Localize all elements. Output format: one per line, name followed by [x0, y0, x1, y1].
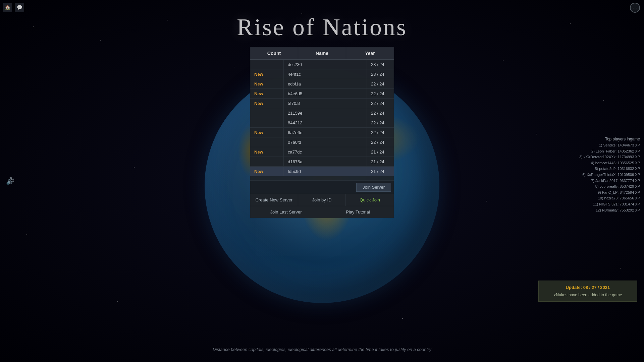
top-players-panel: Top players ingame 1) Sendxs: 14844673 X…: [537, 134, 644, 216]
row-players-8: 22 / 24: [367, 137, 394, 147]
header-year[interactable]: Year: [346, 47, 394, 59]
row-name-0: dcc230: [284, 60, 367, 69]
row-name-5: 21159e: [284, 108, 367, 118]
quick-join-button[interactable]: Quick Join: [346, 194, 394, 206]
bottom-buttons-row1: Create New Server Join by ID Quick Join: [250, 194, 394, 206]
join-row: Join Server: [250, 180, 394, 194]
server-list[interactable]: dcc230 23 / 24 New 4e4f1c 23 / 24 New ec…: [250, 60, 394, 180]
row-name-2: ecbf1a: [284, 79, 367, 88]
bottom-buttons-row2: Join Last Server Play Tutorial: [250, 206, 394, 218]
create-new-server-button[interactable]: Create New Server: [250, 194, 298, 206]
top-player-item: 12) N0rmality: 7553292 XP: [541, 207, 640, 214]
table-header: Count Name Year: [250, 47, 394, 60]
row-name-11: fd5c9d: [284, 167, 367, 176]
join-last-server-button[interactable]: Join Last Server: [250, 206, 322, 218]
row-count-3: New: [250, 89, 284, 98]
row-count-2: New: [250, 79, 284, 88]
row-count-0: [250, 60, 284, 69]
server-browser-panel: Count Name Year dcc230 23 / 24 New 4e4f1…: [250, 47, 394, 218]
chat-icon[interactable]: 💬: [15, 3, 24, 12]
table-row[interactable]: New fd5c9d 21 / 24: [250, 167, 394, 176]
row-count-1: New: [250, 69, 284, 79]
topbar-icons: 🏠 💬: [3, 3, 24, 12]
top-player-item: 7) JackFan2017: 9637774 XP: [541, 178, 640, 184]
row-name-10: d1675a: [284, 157, 367, 166]
row-players-11: 21 / 24: [367, 167, 394, 176]
table-row[interactable]: New 6a7e6e 22 / 24: [250, 128, 394, 137]
game-title: Rise of Nations: [237, 13, 407, 41]
row-name-8: 07a0fd: [284, 137, 367, 147]
sound-icon[interactable]: 🔊: [6, 177, 14, 185]
row-players-1: 23 / 24: [367, 69, 394, 79]
row-name-6: 844212: [284, 118, 367, 127]
top-player-item: 3) xXXDerator102XXx: 11734993 XP: [541, 154, 640, 160]
row-players-9: 21 / 24: [367, 147, 394, 157]
row-players-5: 22 / 24: [367, 108, 394, 118]
table-row[interactable]: 21159e 22 / 24: [250, 108, 394, 118]
table-row[interactable]: New ca77dc 21 / 24: [250, 147, 394, 157]
update-text: >Nukes have been added to the game: [544, 293, 632, 297]
top-player-item: 2) Leon_Faber: 14052362 XP: [541, 148, 640, 155]
top-player-item: 5) potato2d9: 10316832 XP: [541, 166, 640, 172]
row-count-8: [250, 137, 284, 147]
row-name-9: ca77dc: [284, 147, 367, 157]
header-count[interactable]: Count: [250, 47, 298, 59]
top-player-item: 9) FanC_LP: 8472594 XP: [541, 190, 640, 196]
table-row[interactable]: 07a0fd 22 / 24: [250, 137, 394, 147]
play-tutorial-button[interactable]: Play Tutorial: [322, 206, 394, 218]
table-row[interactable]: New 5f70af 22 / 24: [250, 99, 394, 108]
row-count-4: New: [250, 99, 284, 108]
table-row[interactable]: New 4e4f1c 23 / 24: [250, 69, 394, 79]
empty-row-0: ---: [250, 176, 394, 180]
row-name-1: 4e4f1c: [284, 69, 367, 79]
row-players-2: 22 / 24: [367, 79, 394, 88]
update-panel: Update: 08 / 27 / 2021 >Nukes have been …: [538, 281, 637, 302]
row-players-10: 21 / 24: [367, 157, 394, 166]
top-players-title: Top players ingame: [541, 137, 640, 141]
row-players-3: 22 / 24: [367, 89, 394, 98]
join-server-button[interactable]: Join Server: [356, 183, 391, 192]
row-players-7: 22 / 24: [367, 128, 394, 137]
top-player-item: 8) yobroreally: 8537429 XP: [541, 184, 640, 190]
menu-button[interactable]: ···: [630, 3, 640, 13]
top-player-item: 10) hazra73: 7865656 XP: [541, 195, 640, 201]
row-count-10: [250, 157, 284, 166]
row-players-0: 23 / 24: [367, 60, 394, 69]
top-players-list: 1) Sendxs: 14844673 XP2) Leon_Faber: 140…: [541, 142, 640, 213]
row-count-7: New: [250, 128, 284, 137]
table-row[interactable]: New ecbf1a 22 / 24: [250, 79, 394, 89]
table-row[interactable]: dcc230 23 / 24: [250, 60, 394, 69]
row-count-11: New: [250, 167, 284, 176]
top-player-item: 4) bamcat1446: 10356525 XP: [541, 160, 640, 166]
home-icon[interactable]: 🏠: [3, 3, 12, 12]
row-count-9: New: [250, 147, 284, 157]
row-name-7: 6a7e6e: [284, 128, 367, 137]
row-players-4: 22 / 24: [367, 99, 394, 108]
row-name-4: 5f70af: [284, 99, 367, 108]
header-name[interactable]: Name: [298, 47, 346, 59]
top-player-item: 6) XxRangerThiefxX: 10109509 XP: [541, 172, 640, 178]
table-row[interactable]: New b4e6d5 22 / 24: [250, 89, 394, 99]
tagline: Distance between capitals, ideologies, i…: [213, 347, 431, 352]
table-row[interactable]: 844212 22 / 24: [250, 118, 394, 128]
row-count-5: [250, 108, 284, 118]
update-title: Update: 08 / 27 / 2021: [544, 285, 632, 290]
top-player-item: 1) Sendxs: 14844673 XP: [541, 142, 640, 148]
row-name-3: b4e6d5: [284, 89, 367, 98]
table-row[interactable]: d1675a 21 / 24: [250, 157, 394, 167]
row-count-6: [250, 118, 284, 127]
join-by-id-button[interactable]: Join by ID: [298, 194, 346, 206]
top-player-item: 11) NIGTS 321: 7831474 XP: [541, 201, 640, 207]
row-players-6: 22 / 24: [367, 118, 394, 127]
